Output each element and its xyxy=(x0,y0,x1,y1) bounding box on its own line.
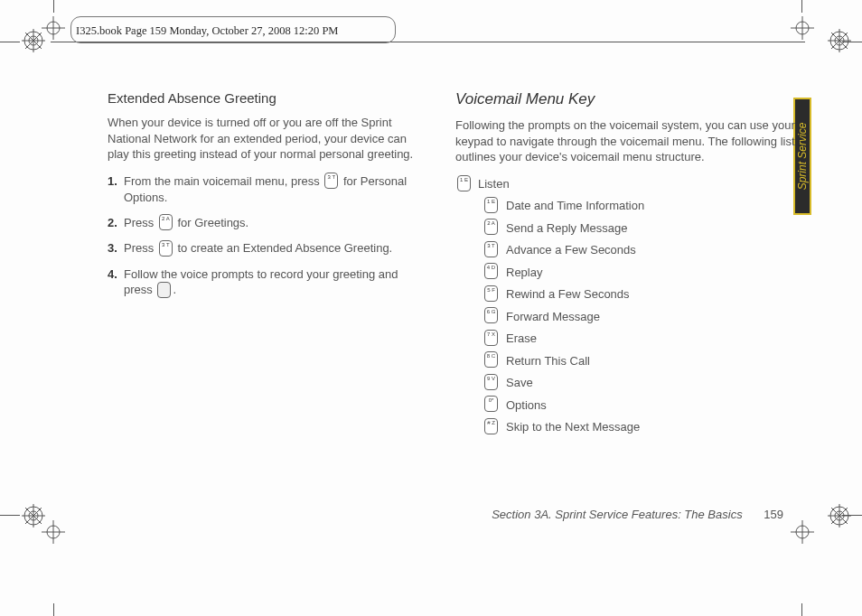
left-intro: When your device is turned off or you ar… xyxy=(108,115,428,163)
menu-item-label: Date and Time Information xyxy=(506,199,644,212)
footer-section: Section 3A. Sprint Service Features: The… xyxy=(492,508,742,521)
menu-item: 0*Options xyxy=(483,397,804,413)
crosshair-icon xyxy=(791,16,814,40)
keypad-key-icon: 9 V xyxy=(484,374,498,390)
menu-item: 1 EDate and Time Information xyxy=(483,198,804,214)
menu-item: 3 TAdvance a Few Seconds xyxy=(483,242,804,258)
menu-item-label: Erase xyxy=(506,331,537,345)
crosshair-icon xyxy=(791,520,814,544)
page-footer: Section 3A. Sprint Service Features: The… xyxy=(492,508,783,521)
menu-item-label: Save xyxy=(506,376,533,389)
keypad-key-icon: 3 T xyxy=(484,241,498,257)
menu-item-label: Return This Call xyxy=(506,354,590,368)
menu-item-label: Options xyxy=(506,398,547,412)
left-heading: Extended Absence Greeting xyxy=(108,90,428,106)
menu-item: 7 XErase xyxy=(483,331,804,347)
step-text-post: for Greetings. xyxy=(174,216,248,229)
keypad-key-icon xyxy=(157,282,171,298)
menu-item: # ZSkip to the Next Message xyxy=(483,419,804,435)
menu-item: 2 ASend a Reply Message xyxy=(483,219,804,236)
keypad-key-icon: 4 D xyxy=(484,263,498,279)
menu-item: 4 DReplay xyxy=(483,264,804,280)
menu-item: 8 CReturn This Call xyxy=(483,352,804,369)
menu-item-label: Forward Message xyxy=(506,310,600,323)
menu-root-label: Listen xyxy=(478,177,510,191)
step-text-pre: From the main voicemail menu, press xyxy=(124,174,323,188)
keypad-key-icon: 7 X xyxy=(484,330,498,346)
keypad-key-icon: 2 A xyxy=(484,219,498,235)
right-intro: Following the prompts on the voicemail s… xyxy=(455,117,804,165)
crosshair-icon xyxy=(42,520,65,544)
step-item: Press 3 T to create an Extended Absence … xyxy=(124,240,428,257)
step-text-pre: Press xyxy=(124,241,157,255)
keypad-key-icon: 3 T xyxy=(324,173,338,189)
crosshair-icon xyxy=(42,16,65,40)
menu-item: 5 FRewind a Few Seconds xyxy=(483,286,804,303)
step-text-post: . xyxy=(173,283,176,296)
menu-root: 1 E Listen xyxy=(455,176,804,192)
header-meta-text: I325.book Page 159 Monday, October 27, 2… xyxy=(76,24,339,38)
step-item: From the main voicemail menu, press 3 T … xyxy=(124,173,428,206)
menu-item-label: Replay xyxy=(506,266,542,279)
menu-items: 1 EDate and Time Information2 ASend a Re… xyxy=(455,198,804,435)
menu-item-label: Send a Reply Message xyxy=(506,221,627,235)
right-heading: Voicemail Menu Key xyxy=(455,90,804,108)
menu-item-label: Skip to the Next Message xyxy=(506,420,640,434)
menu-item-label: Advance a Few Seconds xyxy=(506,243,636,257)
menu-item-label: Rewind a Few Seconds xyxy=(506,287,630,301)
footer-page-number: 159 xyxy=(764,508,783,521)
steps-list: From the main voicemail menu, press 3 T … xyxy=(108,173,428,299)
keypad-key-icon: 0* xyxy=(484,396,498,412)
menu-item: 6 GForward Message xyxy=(483,308,804,324)
keypad-key-icon: 3 T xyxy=(159,240,173,257)
step-item: Follow the voice prompts to record your … xyxy=(124,266,428,299)
step-text-post: to create an Extended Absence Greeting. xyxy=(174,241,392,255)
keypad-key-icon: 6 G xyxy=(484,307,498,323)
keypad-key-icon: 8 C xyxy=(484,351,498,368)
keypad-key-icon: # Z xyxy=(484,418,498,434)
registration-mark-icon xyxy=(828,504,851,527)
keypad-key-icon: 2 A xyxy=(159,214,173,230)
keypad-key-icon: 1 E xyxy=(484,197,498,213)
menu-item: 9 VSave xyxy=(483,375,804,391)
keypad-key-icon: 5 F xyxy=(484,285,498,302)
step-text-pre: Press xyxy=(124,216,157,229)
registration-mark-icon xyxy=(828,29,851,52)
step-item: Press 2 A for Greetings. xyxy=(124,215,428,232)
keypad-key-icon: 1 E xyxy=(457,175,471,191)
page-body: Extended Absence Greeting When your devi… xyxy=(108,90,804,508)
